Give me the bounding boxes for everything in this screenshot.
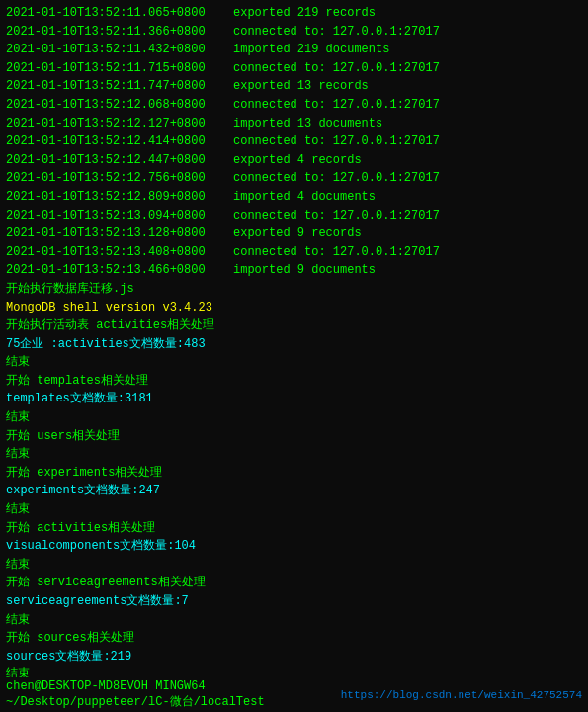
log-line: 2021-01-10T13:52:13.408+0800connected to… (6, 243, 582, 262)
plain-line: templates文档数量:3181 (6, 390, 582, 408)
log-message: connected to: 127.0.0.1:27017 (233, 96, 440, 115)
plain-line: 开始 serviceagreements相关处理 (6, 574, 582, 592)
timestamp: 2021-01-10T13:52:12.068+0800 (6, 96, 233, 115)
log-line: 2021-01-10T13:52:11.432+0800imported 219… (6, 41, 582, 59)
timestamp: 2021-01-10T13:52:13.128+0800 (6, 224, 233, 243)
plain-line: experiments文档数量:247 (6, 482, 582, 500)
timestamp: 2021-01-10T13:52:12.809+0800 (6, 188, 233, 207)
log-line: 2021-01-10T13:52:12.414+0800connected to… (6, 133, 582, 151)
timestamp: 2021-01-10T13:52:12.756+0800 (6, 169, 233, 188)
timestamp: 2021-01-10T13:52:13.408+0800 (6, 243, 233, 262)
plain-line: 开始执行活动表 activities相关处理 (6, 316, 582, 335)
log-line: 2021-01-10T13:52:13.094+0800connected to… (6, 207, 582, 225)
plain-line: serviceagreements文档数量:7 (6, 592, 582, 611)
log-message: exported 9 records (233, 224, 362, 243)
log-message: imported 4 documents (233, 188, 376, 207)
log-message: imported 13 documents (233, 115, 382, 134)
plain-line: 开始 sources相关处理 (6, 629, 582, 648)
timestamp: 2021-01-10T13:52:13.094+0800 (6, 207, 233, 225)
log-message: imported 219 documents (233, 41, 389, 59)
log-line: 2021-01-10T13:52:12.447+0800exported 4 r… (6, 151, 582, 170)
timestamp: 2021-01-10T13:52:13.466+0800 (6, 261, 233, 280)
log-message: connected to: 127.0.0.1:27017 (233, 23, 440, 42)
timestamp: 2021-01-10T13:52:12.127+0800 (6, 115, 233, 134)
terminal: 2021-01-10T13:52:11.065+0800exported 219… (0, 0, 588, 712)
bottom-bar: chen@DESKTOP-MD8EVOH MINGW64 ~/Desktop/p… (0, 677, 588, 712)
log-message: imported 9 documents (233, 261, 376, 280)
plain-line: 结束 (6, 353, 582, 372)
log-line: 2021-01-10T13:52:12.756+0800connected to… (6, 169, 582, 188)
log-message: exported 219 records (233, 4, 376, 23)
log-message: connected to: 127.0.0.1:27017 (233, 133, 440, 151)
plain-line: 结束 (6, 445, 582, 464)
plain-line: 开始 activities相关处理 (6, 519, 582, 538)
plain-line: 75企业 :activities文档数量:483 (6, 335, 582, 354)
plain-line: 开始执行数据库迁移.js (6, 280, 582, 299)
plain-line: 结束 (6, 611, 582, 630)
log-line: 2021-01-10T13:52:11.747+0800exported 13 … (6, 77, 582, 96)
log-line: 2021-01-10T13:52:12.809+0800imported 4 d… (6, 188, 582, 207)
plain-line: 结束 (6, 556, 582, 575)
log-message: connected to: 127.0.0.1:27017 (233, 243, 440, 262)
log-line: 2021-01-10T13:52:12.068+0800connected to… (6, 96, 582, 115)
plain-line: MongoDB shell version v3.4.23 (6, 299, 582, 317)
timestamp: 2021-01-10T13:52:11.715+0800 (6, 59, 233, 78)
timestamp: 2021-01-10T13:52:12.414+0800 (6, 133, 233, 151)
plain-line: sources文档数量:219 (6, 648, 582, 667)
prompt: chen@DESKTOP-MD8EVOH MINGW64 ~/Desktop/p… (6, 679, 341, 710)
log-message: exported 4 records (233, 151, 362, 170)
timestamp: 2021-01-10T13:52:12.447+0800 (6, 151, 233, 170)
url-hint: https://blog.csdn.net/weixin_42752574 (341, 689, 582, 701)
log-line: 2021-01-10T13:52:13.128+0800exported 9 r… (6, 224, 582, 243)
plain-line: 结束 (6, 408, 582, 427)
log-line: 2021-01-10T13:52:11.366+0800connected to… (6, 23, 582, 42)
plain-line: 开始 experiments相关处理 (6, 464, 582, 483)
log-line: 2021-01-10T13:52:11.065+0800exported 219… (6, 4, 582, 23)
log-message: connected to: 127.0.0.1:27017 (233, 169, 440, 188)
log-line: 2021-01-10T13:52:13.466+0800imported 9 d… (6, 261, 582, 280)
timestamp: 2021-01-10T13:52:11.065+0800 (6, 4, 233, 23)
plain-line: 结束 (6, 500, 582, 519)
log-line: 2021-01-10T13:52:11.715+0800connected to… (6, 59, 582, 78)
timestamp: 2021-01-10T13:52:11.432+0800 (6, 41, 233, 59)
log-line: 2021-01-10T13:52:12.127+0800imported 13 … (6, 115, 582, 134)
plain-line: 开始 templates相关处理 (6, 372, 582, 391)
log-message: connected to: 127.0.0.1:27017 (233, 207, 440, 225)
timestamp: 2021-01-10T13:52:11.366+0800 (6, 23, 233, 42)
log-message: connected to: 127.0.0.1:27017 (233, 59, 440, 78)
plain-line: 开始 users相关处理 (6, 427, 582, 446)
plain-line: visualcomponents文档数量:104 (6, 537, 582, 556)
timestamp: 2021-01-10T13:52:11.747+0800 (6, 77, 233, 96)
log-message: exported 13 records (233, 77, 369, 96)
